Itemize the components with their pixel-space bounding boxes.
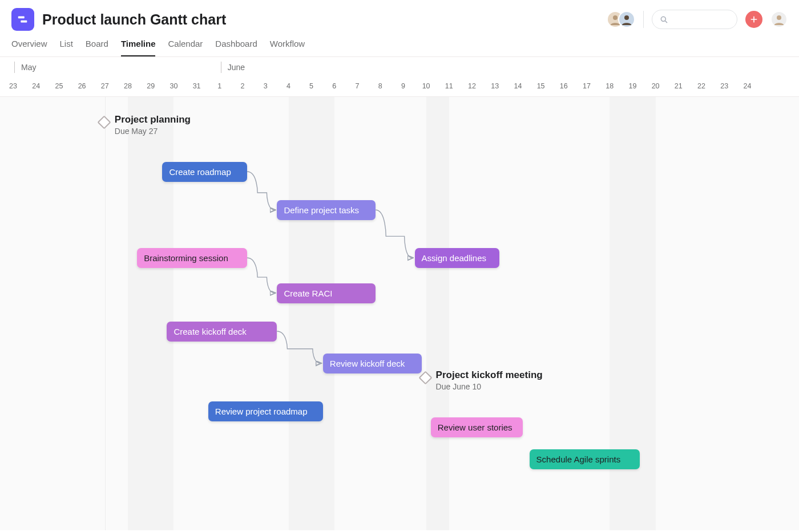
date-cell[interactable]: 22 <box>697 82 705 90</box>
date-cell[interactable]: 12 <box>468 82 476 90</box>
date-cell[interactable]: 20 <box>652 82 660 90</box>
view-tabs: OverviewListBoardTimelineCalendarDashboa… <box>0 31 799 57</box>
milestone-subtitle: Due June 10 <box>436 382 543 391</box>
date-cell[interactable]: 17 <box>583 82 591 90</box>
milestone-icon <box>418 371 432 384</box>
task-define-project-tasks[interactable]: Define project tasks <box>277 200 376 220</box>
dependency-lines <box>0 97 799 530</box>
tab-timeline[interactable]: Timeline <box>121 39 156 56</box>
tab-board[interactable]: Board <box>86 39 108 56</box>
svg-point-4 <box>661 17 665 21</box>
date-cell[interactable]: 7 <box>356 82 360 90</box>
tab-list[interactable]: List <box>60 39 73 56</box>
milestone-title: Project planning <box>115 114 191 125</box>
svg-point-3 <box>624 15 629 20</box>
tab-overview[interactable]: Overview <box>11 39 47 56</box>
task-create-roadmap[interactable]: Create roadmap <box>162 162 247 182</box>
add-button[interactable] <box>745 11 762 28</box>
date-cell[interactable]: 24 <box>32 82 40 90</box>
milestone[interactable]: Project kickoff meetingDue June 10 <box>421 369 543 391</box>
svg-rect-0 <box>18 17 25 19</box>
weekend-shade <box>289 97 334 530</box>
date-cell[interactable]: 29 <box>147 82 155 90</box>
date-cell[interactable]: 28 <box>124 82 132 90</box>
header-actions <box>607 10 788 29</box>
task-assign-deadlines[interactable]: Assign deadlines <box>415 248 500 268</box>
gridline <box>105 97 106 530</box>
date-cell[interactable]: 30 <box>170 82 177 90</box>
task-review-kickoff-deck[interactable]: Review kickoff deck <box>323 354 422 373</box>
date-cell[interactable]: 16 <box>560 82 568 90</box>
search-icon <box>659 15 668 24</box>
date-cell[interactable]: 27 <box>101 82 109 90</box>
date-cell[interactable]: 26 <box>78 82 86 90</box>
avatar[interactable] <box>618 11 635 28</box>
tab-dashboard[interactable]: Dashboard <box>215 39 257 56</box>
gantt-icon <box>17 13 29 26</box>
search-input[interactable] <box>652 10 737 29</box>
gantt-canvas[interactable]: Project planningDue May 27Project kickof… <box>0 97 799 530</box>
user-avatar[interactable] <box>770 11 788 28</box>
date-cell[interactable]: 21 <box>675 82 683 90</box>
task-brainstorming[interactable]: Brainstorming session <box>137 248 247 268</box>
date-cell[interactable]: 24 <box>743 82 751 90</box>
date-strip[interactable]: 2324252627282930311234567891011121314151… <box>0 78 799 97</box>
date-cell[interactable]: 1 <box>217 82 221 90</box>
date-cell[interactable]: 11 <box>445 82 453 90</box>
svg-rect-1 <box>21 21 27 23</box>
task-review-user-stories[interactable]: Review user stories <box>431 417 523 437</box>
date-cell[interactable]: 4 <box>286 82 290 90</box>
task-schedule-sprints[interactable]: Schedule Agile sprints <box>530 449 640 469</box>
plus-icon <box>749 15 758 24</box>
month-strip: MayJune <box>0 57 799 78</box>
task-create-kickoff-deck[interactable]: Create kickoff deck <box>167 322 277 342</box>
month-tick <box>221 62 221 73</box>
svg-point-6 <box>777 15 781 20</box>
month-label: June <box>228 63 245 72</box>
date-cell[interactable]: 14 <box>514 82 522 90</box>
header: Product launch Gantt chart <box>0 0 799 31</box>
date-cell[interactable]: 2 <box>241 82 245 90</box>
milestone-icon <box>97 115 111 129</box>
task-review-roadmap[interactable]: Review project roadmap <box>208 401 323 421</box>
date-cell[interactable]: 15 <box>537 82 545 90</box>
tab-calendar[interactable]: Calendar <box>168 39 203 56</box>
date-cell[interactable]: 25 <box>55 82 63 90</box>
date-cell[interactable]: 6 <box>332 82 336 90</box>
page-title: Product launch Gantt chart <box>42 11 226 28</box>
date-cell[interactable]: 31 <box>193 82 201 90</box>
tab-workflow[interactable]: Workflow <box>270 39 305 56</box>
member-avatars[interactable] <box>607 11 635 28</box>
month-label: May <box>21 63 36 72</box>
date-cell[interactable]: 10 <box>422 82 430 90</box>
task-create-raci[interactable]: Create RACI <box>277 283 376 303</box>
milestone-title: Project kickoff meeting <box>436 369 543 381</box>
date-cell[interactable]: 8 <box>378 82 382 90</box>
app-icon[interactable] <box>11 8 34 31</box>
svg-line-5 <box>665 21 667 23</box>
date-cell[interactable]: 18 <box>606 82 614 90</box>
date-cell[interactable]: 19 <box>628 82 636 90</box>
date-cell[interactable]: 3 <box>264 82 268 90</box>
milestone-subtitle: Due May 27 <box>115 127 191 136</box>
weekend-shade <box>426 97 449 530</box>
month-tick <box>14 62 15 73</box>
date-cell[interactable]: 23 <box>720 82 728 90</box>
date-cell[interactable]: 23 <box>9 82 17 90</box>
date-cell[interactable]: 9 <box>401 82 405 90</box>
date-cell[interactable]: 5 <box>309 82 313 90</box>
milestone[interactable]: Project planningDue May 27 <box>99 114 191 136</box>
separator <box>643 11 644 28</box>
svg-point-2 <box>613 15 618 20</box>
date-cell[interactable]: 13 <box>491 82 499 90</box>
